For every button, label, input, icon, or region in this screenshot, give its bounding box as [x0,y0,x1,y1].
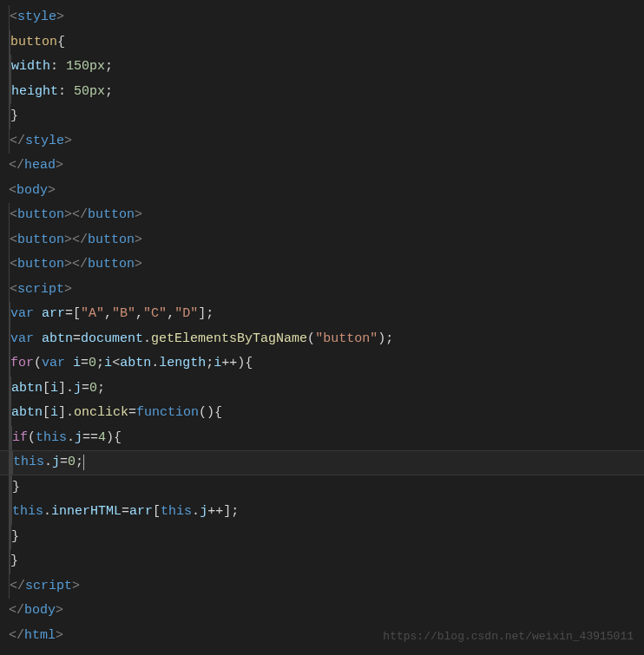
code-line[interactable]: <body> [0,179,644,204]
watermark-text: https://blog.csdn.net/weixin_43915011 [383,626,634,648]
code-line[interactable]: <script> [0,278,644,303]
code-line[interactable]: } [0,475,644,501]
code-line[interactable]: <button></button> [0,203,644,228]
code-line[interactable]: </style> [0,129,644,154]
code-line[interactable]: </body> [0,599,644,624]
code-line[interactable]: this.innerHTML=arr[this.j++]; [0,500,644,525]
code-line[interactable]: abtn[i].j=0; [0,377,644,402]
code-line[interactable]: width: 150px; [0,55,644,80]
code-line[interactable]: } [0,549,644,574]
code-line[interactable]: </script> [0,574,644,599]
code-line[interactable]: } [0,104,644,129]
code-line[interactable]: abtn[i].onclick=function(){ [0,401,644,426]
code-line[interactable]: this.j=0; [0,450,644,475]
code-line[interactable]: <button></button> [0,252,644,278]
code-line[interactable]: height: 50px; [0,80,644,105]
code-line[interactable]: </head> [0,154,644,179]
code-line[interactable]: button{ [0,30,644,56]
code-line[interactable]: } [0,525,644,550]
code-line[interactable]: for(var i=0;i<abtn.length;i++){ [0,351,644,377]
code-line[interactable]: if(this.j==4){ [0,426,644,451]
code-line[interactable]: var abtn=document.getElementsByTagName("… [0,327,644,352]
code-editor[interactable]: <style> button{ width: 150px; height: 50… [0,5,644,648]
code-line[interactable]: <button></button> [0,228,644,253]
code-line[interactable]: var arr=["A","B","C","D"]; [0,302,644,327]
code-line[interactable]: <style> [0,5,644,30]
